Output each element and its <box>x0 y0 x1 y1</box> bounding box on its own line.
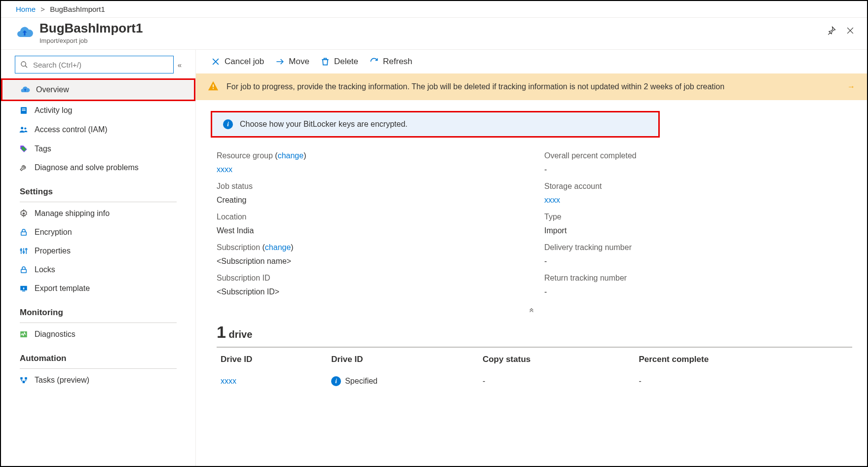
resource-group-value[interactable]: xxxx <box>217 165 525 174</box>
sidebar-item-properties[interactable]: Properties <box>1 242 195 260</box>
svg-rect-16 <box>25 377 27 380</box>
sidebar-item-overview[interactable]: Overview <box>1 78 195 101</box>
svg-rect-3 <box>22 110 26 111</box>
search-input[interactable] <box>32 60 168 70</box>
sidebar-item-encryption[interactable]: Encryption <box>1 223 195 242</box>
percent-complete-value: - <box>635 371 852 391</box>
sidebar-item-export-template[interactable]: Export template <box>1 279 195 298</box>
sidebar-item-locks[interactable]: Locks <box>1 260 195 279</box>
collapse-properties-toggle[interactable] <box>196 304 867 319</box>
percent-completed-value: - <box>544 165 852 174</box>
svg-rect-17 <box>23 381 25 384</box>
pin-icon[interactable] <box>827 26 836 37</box>
trash-icon <box>320 57 330 67</box>
copy-status-value: - <box>479 371 635 391</box>
prop-label-location: Location <box>217 213 525 221</box>
drive-id-link[interactable]: xxxx <box>221 377 236 385</box>
prop-label-type: Type <box>544 213 852 221</box>
cancel-job-button[interactable]: Cancel job <box>211 57 264 67</box>
delete-button[interactable]: Delete <box>320 57 358 67</box>
sidebar-section-automation: Automation <box>1 344 195 366</box>
svg-point-0 <box>21 62 26 66</box>
log-icon <box>19 106 29 115</box>
sidebar-item-label: Access control (IAM) <box>35 125 108 134</box>
sidebar-item-activity-log[interactable]: Activity log <box>1 101 195 120</box>
tags-icon <box>19 144 29 153</box>
lock-icon <box>19 228 29 237</box>
subscription-id-value: <Subscription ID> <box>217 287 525 296</box>
subscription-value: <Subscription name> <box>217 257 525 266</box>
collapse-sidebar-icon[interactable]: « <box>178 61 182 69</box>
page-subtitle: Import/export job <box>39 37 143 44</box>
sidebar: « Overview Activity log Access control (… <box>1 50 196 466</box>
close-icon[interactable] <box>845 26 855 37</box>
sidebar-item-diagnose[interactable]: Diagnose and solve problems <box>1 158 195 177</box>
svg-rect-18 <box>213 84 214 87</box>
location-value: West India <box>217 226 525 235</box>
refresh-button[interactable]: Refresh <box>369 57 413 67</box>
col-percent-complete[interactable]: Percent complete <box>635 347 852 371</box>
sidebar-item-label: Diagnostics <box>35 330 75 339</box>
info-banner-encryption[interactable]: i Choose how your BitLocker keys are enc… <box>211 111 660 138</box>
breadcrumb-current: BugBashImport1 <box>50 5 105 13</box>
sidebar-item-iam[interactable]: Access control (IAM) <box>1 120 195 140</box>
prop-label-resource-group: Resource group <box>217 151 273 160</box>
arrow-right-icon <box>275 57 285 67</box>
toolbar: Cancel job Move Delete Refresh <box>196 50 867 73</box>
arrow-right-icon: → <box>847 82 855 91</box>
drives-table: Drive ID Drive ID Copy status Percent co… <box>217 347 852 391</box>
type-value: Import <box>544 226 852 235</box>
lock-icon <box>19 265 29 274</box>
col-drive-id-2[interactable]: Drive ID <box>327 347 479 371</box>
sidebar-item-label: Properties <box>35 247 71 255</box>
cloud-upload-icon <box>16 24 34 41</box>
sidebar-item-label: Overview <box>36 85 69 94</box>
svg-rect-11 <box>21 269 27 273</box>
refresh-icon <box>369 57 379 67</box>
title-bar: BugBashImport1 Import/export job <box>1 18 867 50</box>
job-status-value: Creating <box>217 196 525 205</box>
sidebar-item-label: Export template <box>35 284 90 293</box>
info-icon: i <box>331 376 341 386</box>
toolbar-label: Cancel job <box>225 57 264 67</box>
col-copy-status[interactable]: Copy status <box>479 347 635 371</box>
wrench-icon <box>19 163 29 172</box>
sidebar-item-label: Encryption <box>35 228 72 237</box>
toolbar-label: Move <box>289 57 309 67</box>
storage-account-value[interactable]: xxxx <box>544 196 852 205</box>
properties-grid: Resource group (change) xxxx Job status … <box>196 138 867 304</box>
info-icon: i <box>223 119 233 129</box>
col-drive-id-1[interactable]: Drive ID <box>217 347 327 371</box>
main-content: Cancel job Move Delete Refresh For job t… <box>196 50 867 466</box>
page-title: BugBashImport1 <box>39 21 143 36</box>
prop-label-return-tracking: Return tracking number <box>544 274 852 283</box>
svg-rect-2 <box>22 108 26 109</box>
breadcrumb-home-link[interactable]: Home <box>16 5 36 13</box>
drive-specified-text: Specified <box>345 377 377 386</box>
table-row[interactable]: xxxx i Specified - - <box>217 371 852 391</box>
warning-text: For job to progress, provide the trackin… <box>226 82 724 91</box>
x-icon <box>211 57 221 67</box>
svg-point-4 <box>21 127 23 129</box>
sidebar-item-label: Locks <box>35 265 55 274</box>
drives-heading: 1 drive <box>217 323 852 347</box>
people-icon <box>19 125 29 135</box>
search-input-wrapper[interactable] <box>15 56 174 73</box>
change-subscription-link[interactable]: change <box>265 243 291 251</box>
move-button[interactable]: Move <box>275 57 309 67</box>
svg-rect-7 <box>21 232 27 235</box>
svg-point-10 <box>26 249 27 250</box>
sidebar-item-tags[interactable]: Tags <box>1 140 195 158</box>
warning-banner[interactable]: For job to progress, provide the trackin… <box>196 73 867 100</box>
sidebar-item-diagnostics[interactable]: Diagnostics <box>1 325 195 344</box>
sidebar-item-label: Activity log <box>35 106 72 115</box>
sidebar-item-tasks[interactable]: Tasks (preview) <box>1 371 195 390</box>
divider <box>20 202 177 202</box>
diagnostics-icon <box>19 330 29 339</box>
sidebar-section-monitoring: Monitoring <box>1 298 195 321</box>
change-resource-group-link[interactable]: change <box>278 151 304 160</box>
divider <box>20 368 177 369</box>
toolbar-label: Delete <box>334 57 358 67</box>
info-text: Choose how your BitLocker keys are encry… <box>240 120 408 129</box>
sidebar-item-shipping[interactable]: Manage shipping info <box>1 204 195 223</box>
